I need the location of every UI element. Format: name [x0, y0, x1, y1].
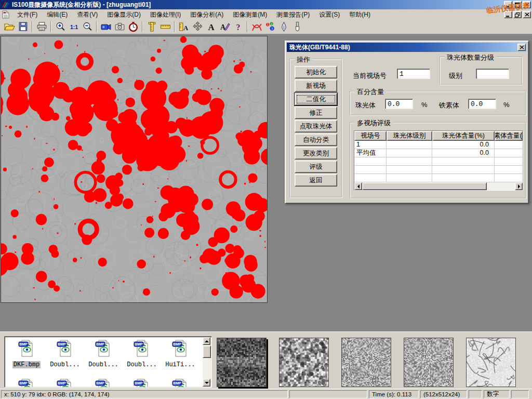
pearlite-label: 珠光体 [355, 101, 376, 110]
toolbar-button-measure-text-icon[interactable]: A [177, 20, 191, 33]
table-header-cell[interactable]: 珠光体含量(%) [432, 131, 495, 141]
pearlite-percent-input[interactable] [385, 99, 413, 109]
op-button[interactable]: 点取珠光体 [295, 120, 337, 132]
svg-text:BMP: BMP [58, 342, 66, 346]
sample-thumbnail[interactable] [217, 338, 267, 387]
client-area: 珠光体(GB/T9441-88) 操作 初始化新视场二值化修正点取珠光体自动分类… [0, 34, 532, 331]
file-item[interactable]: BMPHuiTi... [162, 339, 199, 368]
file-item[interactable]: BMPDKF.bmp [8, 339, 45, 368]
toolbar-button-zoom-in-icon[interactable] [54, 20, 67, 33]
op-button[interactable]: 更改类别 [295, 147, 337, 159]
menu-item[interactable]: 文件(F) [12, 9, 42, 20]
toolbar-button-video-camera-icon[interactable] [99, 20, 113, 33]
toolbar-button-print-icon[interactable] [35, 20, 48, 33]
table-row[interactable]: 平均值0.0 [354, 149, 523, 157]
table-row[interactable] [354, 174, 523, 182]
table-header-cell[interactable]: 视场号 [354, 131, 387, 141]
level-input[interactable] [476, 69, 509, 79]
menu-item[interactable]: 帮助(H) [344, 9, 375, 20]
op-button[interactable]: 初始化 [295, 66, 337, 78]
scrollbar-thumb[interactable] [362, 182, 487, 190]
toolbar-button-timer-icon[interactable] [126, 20, 140, 33]
toolbar-button-ruler-icon[interactable] [158, 20, 172, 33]
toolbar: 1:1AAA?123 [0, 20, 532, 34]
file-item[interactable]: BMPDoubl... [46, 339, 84, 368]
menu-item[interactable]: 测量报告(P) [272, 9, 314, 20]
sample-thumbnail[interactable] [279, 338, 329, 387]
toolbar-button-pen-icon[interactable] [277, 20, 290, 33]
scroll-right-button[interactable] [515, 182, 523, 190]
file-item[interactable]: BMPDoubl... [123, 339, 161, 368]
table-horizontal-scrollbar[interactable] [354, 182, 523, 190]
toolbar-button-curve-icon[interactable] [250, 20, 263, 33]
svg-text:A: A [208, 22, 214, 32]
level-label: 级别 [449, 71, 462, 81]
sample-thumbnail[interactable] [466, 338, 516, 387]
file-item[interactable]: BMP [8, 378, 45, 388]
svg-text:3: 3 [271, 27, 273, 30]
toolbar-button-text-icon[interactable]: A [204, 20, 218, 33]
table-row[interactable] [354, 157, 523, 166]
menu-item[interactable]: 图像显示(D) [102, 9, 145, 20]
table-cell [432, 174, 495, 182]
status-panel [289, 390, 367, 398]
op-button[interactable]: 评级 [295, 161, 337, 173]
bmp-file-icon: BMP [46, 339, 84, 359]
toolbar-button-move-icon[interactable] [191, 20, 204, 33]
file-item[interactable]: BMP [123, 378, 161, 388]
table-header-cell[interactable]: 铁素体含量(%) [495, 131, 523, 141]
menu-item[interactable]: 设置(S) [314, 9, 344, 20]
svg-text:?: ? [236, 23, 240, 32]
toolbar-button-help-icon[interactable]: ? [231, 20, 245, 33]
toolbar-button-camera-icon[interactable] [113, 20, 126, 33]
scroll-down-button[interactable] [203, 379, 210, 387]
table-header-cell[interactable]: 珠光体级别 [387, 131, 432, 141]
scrollbar-thumb[interactable] [203, 345, 211, 358]
file-item[interactable]: BMPDoubl... [85, 339, 122, 368]
op-button[interactable]: 新视场 [295, 79, 337, 92]
percent-group-label: 百分含量 [355, 87, 386, 97]
op-button[interactable]: 修正 [295, 107, 337, 119]
child-close-button[interactable] [523, 11, 531, 18]
dialog-close-button[interactable] [517, 44, 526, 51]
micrograph-image[interactable] [1, 36, 267, 302]
op-button[interactable]: 二值化 [295, 93, 337, 105]
op-button[interactable]: 返回 [295, 174, 337, 187]
file-item[interactable]: BMP [85, 378, 122, 388]
toolbar-button-caliper-icon[interactable] [145, 20, 158, 33]
menu-item[interactable]: 图像处理(I) [145, 9, 185, 20]
sample-thumbnail[interactable] [404, 338, 454, 387]
table-cell [387, 157, 432, 165]
menu-item[interactable]: 图像测量(M) [228, 9, 272, 20]
toolbar-button-open-icon[interactable] [3, 20, 16, 33]
table-row[interactable]: 10.0 [354, 141, 523, 149]
current-field-input[interactable] [397, 69, 430, 79]
ferrite-label: 铁素体 [439, 101, 459, 110]
menu-item[interactable]: 编辑(E) [42, 9, 72, 20]
ferrite-percent-input[interactable] [468, 99, 496, 109]
toolbar-button-annotate-icon[interactable]: A [218, 20, 231, 33]
op-button[interactable]: 自动分类 [295, 134, 337, 146]
multi-field-group: 多视场评级 视场号珠光体级别珠光体含量(%)铁素体含量(%) 10.0平均值0.… [350, 122, 526, 199]
toolbar-button-save-icon[interactable] [16, 20, 30, 33]
table-cell [354, 174, 387, 182]
scroll-up-button[interactable] [203, 337, 210, 345]
svg-text:2: 2 [271, 22, 272, 25]
toolbar-separator [247, 21, 248, 32]
toolbar-button-actual-size-icon[interactable]: 1:1 [67, 20, 81, 33]
file-item[interactable]: BMP [46, 378, 84, 388]
toolbar-button-zoom-out-icon[interactable] [81, 20, 94, 33]
table-cell [495, 166, 523, 174]
file-list-scrollbar[interactable] [203, 337, 211, 387]
file-item[interactable]: BMP [162, 378, 199, 388]
svg-text:BMP: BMP [19, 381, 28, 385]
dialog-title-bar[interactable]: 珠光体(GB/T9441-88) [287, 43, 527, 52]
menu-item[interactable]: 图像分析(A) [185, 9, 228, 20]
table-row[interactable] [354, 166, 523, 174]
toolbar-button-count-icon[interactable]: 123 [263, 20, 277, 33]
operations-group-label: 操作 [295, 55, 312, 64]
menu-item[interactable]: 查看(V) [72, 9, 102, 20]
scroll-left-button[interactable] [354, 182, 362, 190]
sample-thumbnail[interactable] [341, 338, 391, 387]
toolbar-button-brush-icon[interactable] [290, 20, 304, 33]
